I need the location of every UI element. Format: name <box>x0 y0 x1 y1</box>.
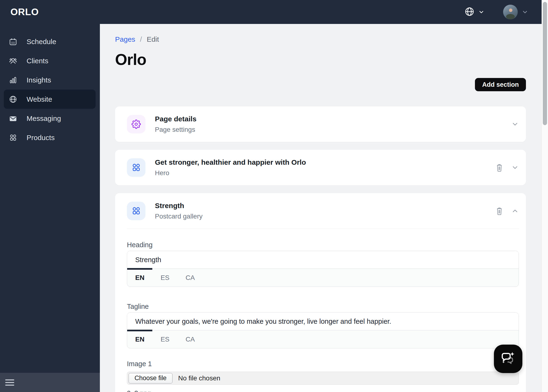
tagline-field-label: Tagline <box>127 302 519 310</box>
breadcrumb-current: Edit <box>147 35 159 43</box>
section-card-header[interactable]: Page details Page settings <box>115 106 526 142</box>
tab-es[interactable]: ES <box>161 336 169 343</box>
sidebar-item-label: Products <box>27 134 55 142</box>
active-tab-indicator <box>127 330 152 331</box>
image1-file-input: Choose file No file chosen <box>127 372 519 385</box>
brand-logo[interactable]: ORLO <box>10 7 39 17</box>
section-title: Page details <box>155 115 196 123</box>
language-tabs: EN ES CA <box>127 330 519 348</box>
tab-es[interactable]: ES <box>161 274 169 281</box>
heading-field-label: Heading <box>127 241 519 249</box>
section-subtitle: Page settings <box>155 126 196 133</box>
choose-file-button[interactable]: Choose file <box>129 373 173 384</box>
bar-chart-icon <box>9 76 17 84</box>
section-subtitle: Hero <box>155 169 306 177</box>
tab-en[interactable]: EN <box>135 274 144 281</box>
grid-icon <box>127 158 145 177</box>
section-title: Get stronger, healthier and happier with… <box>155 158 306 166</box>
image1-field-label: Image 1 <box>127 360 519 368</box>
sidebar-footer <box>0 373 100 392</box>
sidebar-item-label: Clients <box>27 57 48 65</box>
menu-icon[interactable] <box>5 378 14 387</box>
divider <box>127 229 519 229</box>
language-selector[interactable] <box>464 7 484 18</box>
page-title: Orlo <box>115 50 526 69</box>
chevron-down-icon[interactable] <box>511 120 519 128</box>
tagline-field: Whatever your goals, we're going to make… <box>127 312 519 348</box>
section-card-header[interactable]: Get stronger, healthier and happier with… <box>115 150 526 185</box>
section-card-page-details: Page details Page settings <box>115 106 526 142</box>
sidebar-item-label: Messaging <box>27 114 61 123</box>
trash-icon[interactable] <box>495 207 504 215</box>
tab-en[interactable]: EN <box>135 336 144 343</box>
envelope-icon <box>9 114 17 123</box>
sidebar-item-products[interactable]: Products <box>4 128 96 147</box>
section-card-header[interactable]: Strength Postcard gallery <box>115 193 526 229</box>
file-status: No file chosen <box>178 374 220 382</box>
trash-icon[interactable] <box>495 163 504 172</box>
tab-ca[interactable]: CA <box>186 274 195 281</box>
sidebar-item-label: Website <box>27 95 52 103</box>
chevron-down-icon <box>522 9 528 15</box>
current-file-name: 0_2.png <box>127 389 519 392</box>
sidebar-item-messaging[interactable]: Messaging <box>4 109 96 128</box>
sidebar-item-insights[interactable]: Insights <box>4 70 96 90</box>
active-tab-indicator <box>127 268 152 270</box>
scrollbar-track[interactable] <box>541 0 548 392</box>
section-card-strength: Strength Postcard gallery Headin <box>115 193 526 392</box>
globe-icon <box>9 95 17 103</box>
profile-menu[interactable] <box>484 5 528 20</box>
sidebar-item-schedule[interactable]: Schedule <box>4 32 96 51</box>
avatar <box>503 5 518 20</box>
chat-sparkle-icon <box>500 350 516 367</box>
tab-ca[interactable]: CA <box>186 336 195 343</box>
sidebar-item-label: Schedule <box>27 38 56 46</box>
section-card-hero: Get stronger, healthier and happier with… <box>115 150 526 185</box>
chevron-down-icon <box>478 9 484 15</box>
sidebar-item-website[interactable]: Website <box>4 90 96 109</box>
users-icon <box>9 57 17 65</box>
grid-icon <box>9 134 17 142</box>
sidebar-item-clients[interactable]: Clients <box>4 51 96 70</box>
topbar: ORLO <box>0 0 541 24</box>
chevron-down-icon[interactable] <box>511 164 519 171</box>
gear-icon <box>127 115 145 133</box>
tagline-input[interactable]: Whatever your goals, we're going to make… <box>127 313 519 330</box>
section-subtitle: Postcard gallery <box>155 213 202 220</box>
heading-input[interactable]: Strength <box>127 251 519 269</box>
sidebar-item-label: Insights <box>27 76 51 84</box>
chat-assistant-button[interactable] <box>494 345 522 373</box>
sidebar: Schedule Clients Insights <box>0 24 100 392</box>
section-title: Strength <box>155 202 202 210</box>
globe-icon <box>464 7 475 18</box>
breadcrumb: Pages / Edit <box>115 35 526 43</box>
chevron-up-icon[interactable] <box>511 207 519 215</box>
grid-icon <box>127 202 145 220</box>
breadcrumb-pages-link[interactable]: Pages <box>115 35 135 43</box>
heading-field: Strength EN ES CA <box>127 251 519 287</box>
breadcrumb-separator: / <box>140 35 142 43</box>
add-section-button[interactable]: Add section <box>475 78 526 91</box>
scrollbar-thumb[interactable] <box>543 2 547 125</box>
language-tabs: EN ES CA <box>127 269 519 287</box>
calendar-icon <box>9 38 17 46</box>
main-content: Pages / Edit Orlo Add section Page detai… <box>100 24 541 392</box>
